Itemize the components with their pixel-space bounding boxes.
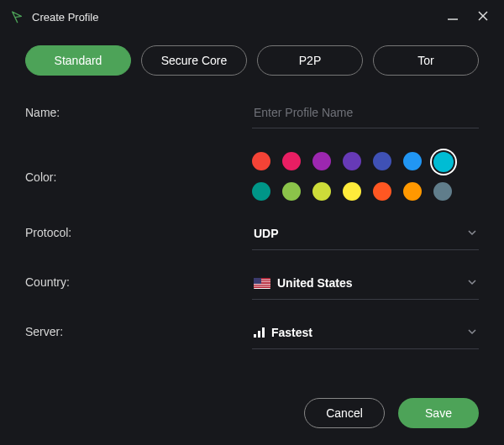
tab-standard[interactable]: Standard: [25, 45, 131, 76]
save-button[interactable]: Save: [398, 398, 479, 428]
protocol-select[interactable]: UDP: [252, 221, 479, 250]
profile-name-input[interactable]: [252, 101, 479, 128]
footer-actions: Cancel Save: [304, 398, 479, 428]
country-value: United States: [254, 276, 352, 290]
color-swatch[interactable]: [373, 182, 391, 201]
chevron-down-icon: [467, 226, 477, 241]
color-swatch[interactable]: [282, 152, 301, 170]
app-logo-icon: [10, 10, 24, 24]
cancel-button[interactable]: Cancel: [304, 398, 385, 428]
color-swatch[interactable]: [403, 152, 422, 170]
protocol-value: UDP: [254, 227, 279, 240]
tab-secure-core[interactable]: Secure Core: [141, 45, 247, 76]
close-button[interactable]: [477, 10, 489, 24]
protocol-label: Protocol:: [25, 221, 235, 250]
country-select[interactable]: United States: [252, 270, 479, 300]
color-swatch-grid: [252, 149, 479, 201]
color-swatch[interactable]: [433, 182, 452, 201]
country-label: Country:: [25, 270, 235, 300]
server-text: Fastest: [271, 326, 312, 339]
server-select[interactable]: Fastest: [252, 320, 479, 349]
window-controls: [447, 10, 494, 24]
country-text: United States: [277, 276, 352, 290]
chevron-down-icon: [467, 325, 477, 340]
color-swatch[interactable]: [282, 182, 301, 201]
name-label: Name:: [25, 101, 235, 128]
chevron-down-icon: [467, 275, 477, 291]
server-label: Server:: [25, 320, 235, 349]
color-swatch[interactable]: [343, 182, 361, 201]
color-swatch[interactable]: [252, 182, 270, 201]
tab-tor[interactable]: Tor: [373, 45, 479, 76]
color-label: Color:: [25, 165, 235, 184]
flag-us-icon: [254, 278, 270, 289]
color-swatch[interactable]: [312, 152, 331, 170]
color-swatch[interactable]: [343, 152, 361, 170]
profile-type-tabs: Standard Secure Core P2P Tor: [25, 45, 479, 76]
titlebar: Create Profile: [0, 0, 504, 34]
signal-bars-icon: [254, 327, 265, 338]
color-swatch[interactable]: [312, 182, 331, 201]
server-value: Fastest: [254, 326, 312, 339]
color-swatch[interactable]: [403, 182, 422, 201]
tab-p2p[interactable]: P2P: [257, 45, 363, 76]
color-swatch[interactable]: [373, 152, 391, 170]
color-swatch[interactable]: [252, 152, 270, 170]
color-swatch[interactable]: [433, 152, 454, 172]
minimize-button[interactable]: [447, 10, 459, 24]
window-title: Create Profile: [32, 11, 447, 24]
